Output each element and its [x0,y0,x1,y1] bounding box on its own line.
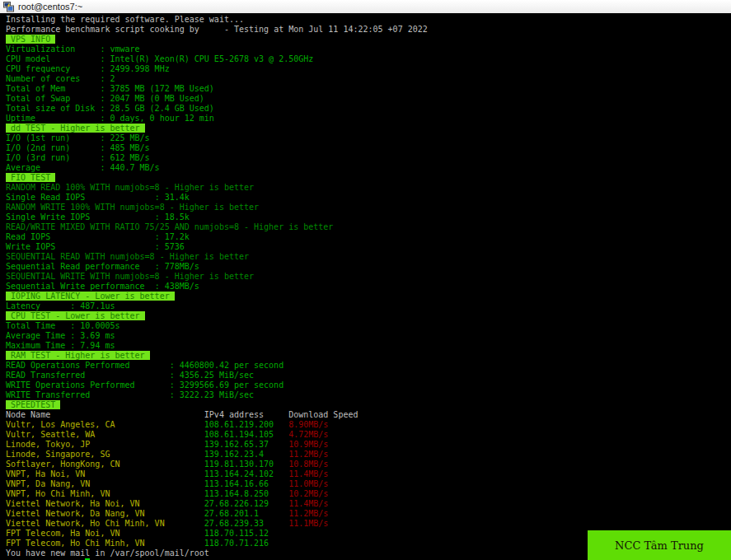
value: 7.94 ms [80,341,115,350]
swap-row: Total of Swap : 2047 MB (0 MB Used) [6,94,731,104]
disk-row: Total size of Disk : 28.5 GB (2.4 GB Use… [6,104,731,114]
value: vmware [110,44,139,54]
label: Sequential Read performance [6,262,155,271]
cores-row: Number of cores : 2 [6,74,731,84]
ipv4-address: 118.70.71.216 [204,539,288,548]
speedtest-row: Viettel Network, Ha Noi, VN 27.68.226.12… [6,499,731,509]
text-segment: : [155,212,165,222]
node-name: Linode, Tokyo, JP [6,440,204,449]
fio-note-random-write: RANDOM WRITE 100% WITH numjobs=8 - Highe… [6,203,731,212]
section-header-speedtest: SPEEDTEST [6,400,731,410]
node-name: VNPT, Ho Chi Minh, VN [6,489,204,498]
maximum-time-row: Maximum Time : 7.94 ms [6,341,731,351]
value: 2 [110,74,115,83]
speedtest-row: Softlayer, HongKong, CN 119.81.130.170 1… [6,460,731,469]
cpu-frequency-row: CPU frequency : 2499.998 MHz [6,64,731,74]
value: 3222.23 MiB/sec [180,390,254,399]
test-timestamp: - Testing at Mon Jul 11 14:22:05 +07 202… [224,25,428,34]
cpu-model-row: CPU model : Intel(R) Xeon(R) CPU E5-2678… [6,54,731,64]
mem-row: Total of Mem : 3785 MB (172 MB Used) [6,84,731,94]
speedtest-row: Vultr, Los Angeles, CA 108.61.219.200 8.… [6,420,731,430]
value: 28.5 GB (2.4 GB Used) [110,104,213,113]
value: 5736 [165,242,185,251]
value: 225 MB/s [110,133,149,142]
col-node-name: Node Name [6,410,204,419]
fio-note-seq-read: SEQUENTIAL READ WITH numjobs=8 - Higher … [6,252,731,262]
value: 3785 MB (172 MB Used) [110,84,213,93]
speedtest-row: Linode, Tokyo, JP 139.162.65.37 10.9MB/s [6,440,731,450]
ipv4-address: 113.164.8.250 [204,489,288,498]
ipv4-address: 108.61.219.200 [204,420,288,429]
value: 612 MB/s [110,153,149,162]
text-segment: RANDOM WRITE 100% WITH numjobs=8 - Highe… [6,203,259,212]
ipv4-address: 27.68.201.1 [204,509,288,518]
text-segment: SEQUENTIAL READ WITH numjobs=8 - Higher … [6,252,249,261]
section-header-ioping: IOPING LATENCY - Lower is better [6,292,731,301]
window-title: root@centos7:~ [18,2,82,12]
ipv4-address: 113.164.24.102 [204,469,288,478]
download-speed: 8.90MB/s [288,420,328,429]
text-segment: : [100,54,110,63]
io-run1-row: I/O (1st run) : 225 MB/s [6,133,731,143]
text-segment: : [155,282,165,291]
text-segment: SEQUENTIAL WRITE WITH numjobs=8 - Higher… [6,272,254,281]
ram-read-ops-row: READ Operations Performed : 4460800.42 p… [6,361,731,371]
write-iops-row: Write IOPS : 5736 [6,242,731,252]
fio-note-mixed: READ/WRITE MIXED WITH RATIO 75/25 AND nu… [6,222,731,232]
node-name: VNPT, Ha Noi, VN [6,469,204,478]
text-segment: RANDOM READ 100% WITH numjobs=8 - Higher… [6,183,254,192]
total-time-row: Total Time : 10.0005s [6,321,731,331]
col-ipv4-address: IPv4 address [204,410,288,419]
text-segment: : [155,193,165,202]
ipv4-address: 139.162.23.4 [204,450,288,459]
label: READ Transferred [6,371,170,380]
text-segment: : [170,380,180,390]
window-titlebar[interactable]: root@centos7:~ [0,0,731,13]
section-title: SPEEDTEST [6,400,60,409]
putty-app-icon [3,2,14,12]
text-segment: : [70,301,80,310]
node-name: Viettel Network, Ho Chi Minh, VN [6,519,204,528]
terminal-screen[interactable]: Installing the required software. Please… [0,13,731,560]
ipv4-address: 113.164.16.66 [204,479,288,488]
ipv4-address: 119.81.130.170 [204,460,288,469]
value: 487.1us [80,301,115,310]
section-header-fio-test: FIO TEST [6,173,731,183]
label: CPU model [6,54,100,63]
text-segment: : [170,371,180,380]
label: Total of Swap [6,94,100,103]
label: WRITE Operations Performed [6,380,170,390]
label: Total of Mem [6,84,100,93]
label: Virtualization [6,44,100,54]
text-segment: You have new mail in /var/spool/mail/roo… [6,548,209,558]
text-segment: : [100,44,110,54]
node-name: Softlayer, HongKong, CN [6,460,204,469]
text-segment: : [100,94,110,103]
label: Single Read IOPS [6,193,155,202]
download-speed: 10.8MB/s [288,460,328,469]
text-segment: Performance benchmark script cooking by [6,25,199,34]
value: 0 days, 0 hour 12 min [110,114,213,123]
installing-message: Installing the required software. Please… [6,15,731,25]
io-run3-row: I/O (3rd run) : 612 MB/s [6,153,731,163]
text-segment: : [100,153,110,162]
text-segment: : [70,341,80,350]
text-segment: : [100,143,110,152]
ram-write-transferred-row: WRITE Transferred : 3222.23 MiB/sec [6,390,731,400]
node-name: Viettel Network, Ha Noi, VN [6,499,204,508]
node-name: VNPT, Da Nang, VN [6,479,204,488]
col-download-speed: Download Speed [288,410,358,419]
label: Maximum Time [6,341,70,350]
io-run2-row: I/O (2nd run) : 485 MB/s [6,143,731,153]
label: READ Operations Performed [6,361,170,370]
value: 4356.25 MiB/sec [180,371,254,380]
section-title: VPS INFO [6,35,55,44]
benchmark-header-message: Performance benchmark script cooking by … [6,25,731,35]
ipv4-address: 118.70.115.12 [204,529,288,538]
node-name: FPT Telecom, Ho Chi Minh, VN [6,539,204,548]
section-header-dd-test: dd TEST - Higher is better [6,124,731,133]
section-title: RAM TEST - Higher is better [6,351,150,360]
label: Write IOPS [6,242,155,251]
speedtest-row: VNPT, Ha Noi, VN 113.164.24.102 11.4MB/s [6,469,731,479]
speedtest-row: Vultr, Seattle, WA 108.61.194.105 4.72MB… [6,430,731,440]
